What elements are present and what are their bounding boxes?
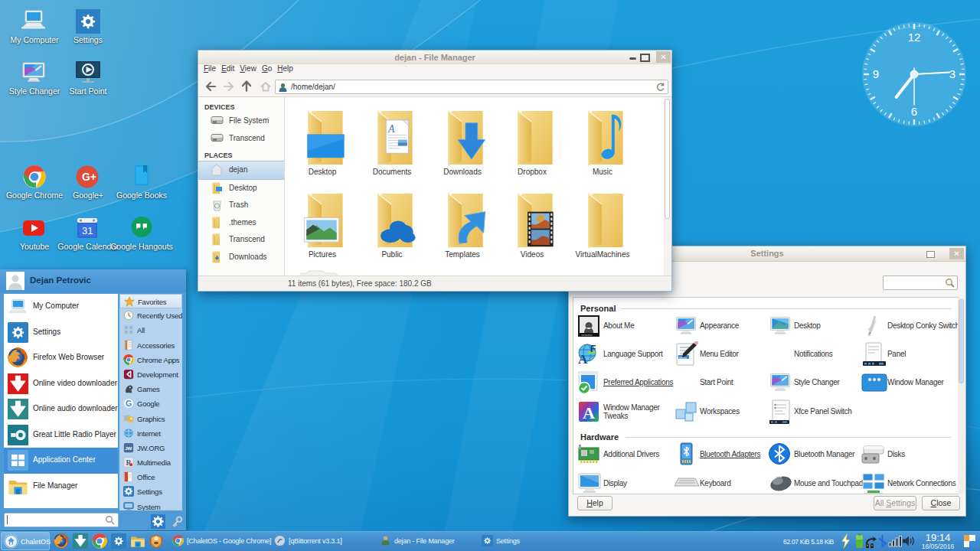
svg-text:A: A bbox=[578, 352, 588, 366]
svg-text:A: A bbox=[583, 403, 595, 422]
svg-text:12: 12 bbox=[908, 31, 921, 44]
svg-text:A: A bbox=[387, 123, 395, 135]
svg-text:F: F bbox=[590, 344, 596, 354]
svg-text:9: 9 bbox=[873, 67, 879, 80]
svg-text:G: G bbox=[126, 399, 132, 408]
svg-text:3: 3 bbox=[949, 67, 956, 80]
svg-text:6: 6 bbox=[911, 105, 917, 118]
svg-text:JW: JW bbox=[125, 445, 132, 451]
svg-text:1839562: 1839562 bbox=[581, 334, 593, 337]
